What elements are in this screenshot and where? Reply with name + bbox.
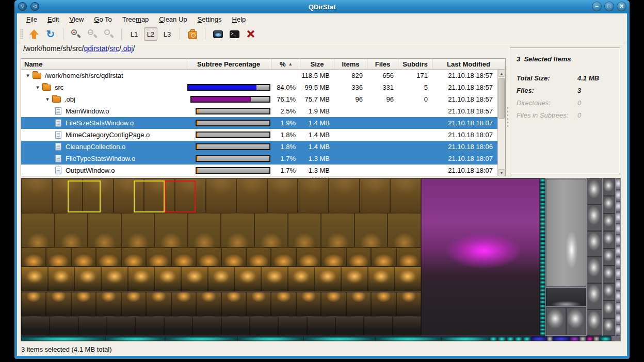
treemap-tile[interactable] [360, 178, 391, 213]
treemap-tile[interactable] [78, 317, 107, 336]
treemap-tile[interactable] [164, 317, 192, 336]
treemap-tile[interactable] [335, 317, 364, 336]
treemap-tile[interactable] [192, 317, 221, 336]
treemap-tile[interactable] [146, 292, 171, 317]
treemap-tile[interactable] [196, 248, 221, 267]
treemap-tile[interactable] [540, 269, 545, 273]
treemap-tile[interactable] [154, 213, 188, 248]
treemap-tile[interactable] [221, 292, 246, 317]
treemap-level2-button[interactable]: L2 [144, 27, 157, 41]
treemap-tile[interactable] [21, 178, 52, 213]
treemap-tile[interactable] [165, 336, 237, 341]
open-file-manager-button[interactable] [211, 27, 224, 41]
treemap-tile[interactable] [616, 268, 621, 279]
open-terminal-button[interactable] [228, 27, 241, 41]
treemap-tile[interactable] [236, 178, 267, 213]
treemap-tile[interactable] [71, 292, 96, 317]
treemap-tile[interactable] [540, 285, 545, 289]
treemap-level1-button[interactable]: L1 [127, 27, 141, 41]
treemap-tile[interactable] [603, 318, 615, 336]
treemap-tile[interactable] [171, 292, 196, 317]
expand-arrow-icon[interactable]: ▾ [44, 96, 51, 103]
treemap-tile[interactable] [616, 246, 621, 257]
toolbar-grip[interactable] [20, 29, 23, 39]
treemap-tile[interactable] [586, 336, 593, 341]
maximize-button[interactable]: □ [604, 2, 614, 11]
treemap-tile[interactable] [296, 248, 321, 267]
treemap-tile[interactable] [221, 248, 246, 267]
column-header-1[interactable]: Subtree Percentage [186, 59, 271, 69]
treemap-tile[interactable] [314, 267, 341, 292]
treemap-tile[interactable] [128, 267, 155, 292]
treemap-tile[interactable] [101, 267, 128, 292]
treemap-tile[interactable] [121, 213, 155, 248]
vertical-splitter[interactable] [507, 106, 509, 127]
treemap-teal-column[interactable] [540, 178, 545, 336]
treemap-tile[interactable] [616, 279, 621, 291]
column-header-7[interactable]: Last Modified [432, 59, 505, 69]
treemap-tile[interactable] [540, 222, 545, 226]
treemap-tile[interactable] [540, 257, 545, 261]
zoom-in-button[interactable]: + [69, 27, 83, 41]
treemap-tile[interactable] [188, 213, 221, 248]
treemap-tile[interactable] [616, 178, 621, 190]
scroll-up-arrow[interactable]: ▴ [498, 70, 505, 77]
treemap-tile[interactable] [55, 213, 88, 248]
treemap-tile[interactable] [396, 248, 421, 267]
minimize-button[interactable]: − [592, 2, 602, 11]
treemap-tile[interactable] [540, 245, 545, 250]
column-header-4[interactable]: Items [334, 59, 367, 69]
treemap-tile[interactable] [603, 231, 615, 249]
treemap-tile[interactable] [221, 213, 254, 248]
treemap-tile[interactable] [587, 257, 602, 283]
treemap-tile[interactable] [237, 336, 303, 341]
treemap-tile[interactable] [540, 328, 545, 332]
treemap[interactable] [21, 178, 621, 341]
treemap-tile[interactable] [616, 201, 621, 212]
treemap-tile[interactable] [296, 292, 321, 317]
refresh-button[interactable]: ↻ [44, 27, 57, 41]
treemap-tile[interactable] [96, 292, 121, 317]
breadcrumb-link[interactable]: .obj [121, 44, 133, 53]
treemap-tile[interactable] [540, 308, 545, 312]
treemap-tile[interactable] [616, 291, 621, 302]
treemap-tile[interactable] [540, 241, 545, 245]
treemap-tile[interactable] [71, 248, 96, 267]
treemap-tile[interactable] [271, 292, 296, 317]
column-header-0[interactable]: Name [21, 59, 186, 69]
treemap-tile[interactable] [540, 332, 545, 336]
treemap-tile[interactable] [603, 266, 615, 283]
treemap-large-file-tile[interactable] [421, 178, 540, 336]
treemap-tile[interactable] [540, 292, 545, 297]
menu-item-edit[interactable]: Edit [42, 14, 64, 24]
treemap-tile[interactable] [21, 292, 46, 317]
table-row[interactable]: FileTypeStatsWindow.o1.7%1.3 MB21.10.18 … [21, 153, 497, 164]
treemap-tile[interactable] [50, 317, 78, 336]
treemap-tile[interactable] [321, 213, 355, 248]
cleanup-button[interactable] [186, 27, 199, 41]
treemap-tile[interactable] [135, 317, 164, 336]
treemap-tile[interactable] [603, 249, 615, 266]
treemap-tile[interactable] [321, 248, 346, 267]
treemap-tile[interactable] [540, 198, 545, 202]
treemap-tile[interactable] [616, 313, 621, 324]
treemap-tile[interactable] [540, 210, 545, 214]
treemap-tile[interactable] [371, 292, 396, 317]
treemap-tile[interactable] [616, 235, 621, 246]
treemap-tile[interactable] [540, 183, 545, 187]
treemap-tile[interactable] [21, 267, 48, 292]
table-row[interactable]: OutputWindow.o1.7%1.3 MB21.10.18 18:07 [21, 164, 497, 176]
go-up-button[interactable] [27, 27, 41, 41]
treemap-tile[interactable] [234, 267, 261, 292]
treemap-tile[interactable] [46, 248, 71, 267]
close-button[interactable]: ✕ [617, 2, 626, 11]
treemap-tile[interactable] [603, 301, 615, 318]
treemap-tile[interactable] [616, 223, 621, 235]
treemap-tile[interactable] [390, 178, 421, 213]
treemap-tile[interactable] [540, 300, 545, 304]
table-row[interactable]: FileSizeStatsWindow.o1.9%1.4 MB21.10.18 … [21, 117, 497, 129]
column-header-6[interactable]: Subdirs [398, 59, 432, 69]
menu-item-clean-up[interactable]: Clean Up [154, 14, 192, 24]
menu-item-help[interactable]: Help [227, 14, 251, 24]
treemap-tile[interactable] [570, 336, 579, 341]
